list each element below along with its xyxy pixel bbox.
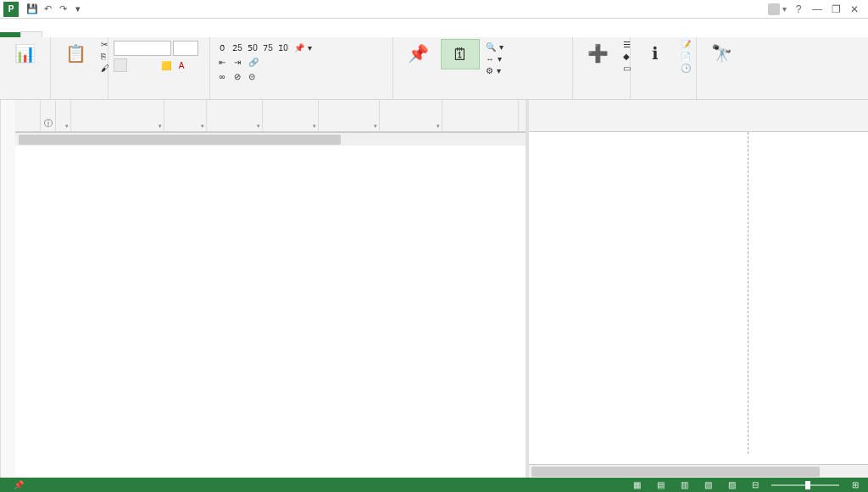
group-programacion: 0̄2̄55̄07̄51̄0 📌 ▾ ⇤⇥🔗 ∞⊘⊝ (210, 37, 393, 99)
respect-links-button[interactable]: 🔗 (246, 57, 263, 68)
bg-color-icon[interactable]: 🟨 (159, 58, 173, 72)
info-button[interactable]: ℹ (636, 39, 675, 68)
header-mode[interactable]: ▾ (56, 100, 71, 131)
inspect-button[interactable]: 🔍 ▾ (483, 41, 506, 53)
size-select[interactable] (173, 41, 198, 56)
table-headers: ⓘ ▾ ▾ ▾ ▾ ▾ ▾ ▾ (15, 100, 526, 132)
title-bar: P 💾 ↶ ↷ ▾ ▾ ? — ❐ ✕ (0, 0, 868, 19)
header-start[interactable]: ▾ (207, 100, 263, 131)
app-icon: P (3, 2, 19, 17)
header-resources[interactable]: ▾ (380, 100, 442, 131)
minimize-icon[interactable]: — (809, 2, 826, 17)
zoom-in-icon[interactable]: ⊞ (848, 479, 863, 491)
sign-in[interactable]: ▾ (765, 3, 787, 15)
gantt-timeline[interactable] (529, 100, 868, 132)
avatar-icon (768, 3, 780, 15)
quick-access-toolbar: 💾 ↶ ↷ ▾ (25, 3, 85, 16)
view-sidebar-label[interactable] (0, 100, 15, 478)
task-table-pane: ⓘ ▾ ▾ ▾ ▾ ▾ ▾ ▾ (0, 100, 529, 478)
scroll-to-task-button[interactable]: 🔭 (702, 39, 741, 68)
status-new-tasks[interactable]: 📌 (14, 480, 24, 489)
header-duration[interactable]: ▾ (164, 100, 207, 131)
zoom-out-icon[interactable]: ⊟ (748, 479, 763, 491)
group-edicion: 🔭 (697, 37, 763, 99)
pin-icon: 📌 (405, 41, 431, 66)
details-icon[interactable]: 📄 (678, 51, 693, 62)
header-info[interactable]: ⓘ (41, 100, 56, 131)
zoom-slider[interactable] (771, 484, 839, 486)
close-icon[interactable]: ✕ (846, 2, 863, 17)
window-controls: ? — ❐ ✕ (790, 2, 863, 17)
paste-icon: 📋 (63, 41, 88, 66)
pct25-icon[interactable]: 2̄5 (231, 41, 244, 54)
view-gantt-icon[interactable]: ▦ (629, 479, 644, 491)
help-icon[interactable]: ? (790, 2, 807, 17)
header-name[interactable]: ▾ (71, 100, 164, 131)
link-icon[interactable]: ∞ (215, 69, 229, 83)
gantt-icon: 📊 (12, 41, 37, 66)
header-rownum[interactable] (15, 100, 41, 131)
move-button[interactable]: ↔ ▾ (483, 53, 506, 64)
gantt-view-button[interactable]: 📊 (5, 39, 44, 68)
group-tareas: 📌 🗓 🔍 ▾ ↔ ▾ ⚙ ▾ (393, 37, 573, 99)
unlink-icon[interactable]: ⊘ (231, 69, 244, 83)
scroll-icon: 🔭 (709, 41, 734, 66)
task-insert-icon: ➕ (585, 41, 610, 66)
italic-button[interactable] (129, 58, 142, 72)
view-report-icon[interactable]: ▨ (724, 479, 739, 491)
pct0-icon[interactable]: 0̄ (215, 41, 229, 54)
group-propiedades: ℹ 📝📄🕒 (631, 37, 697, 99)
pct50-icon[interactable]: 5̄0 (246, 41, 259, 54)
header-pred[interactable]: ▾ (319, 100, 380, 131)
info-icon: ℹ (643, 41, 668, 66)
undo-icon[interactable]: ↶ (41, 3, 54, 16)
paste-button[interactable]: 📋 (56, 39, 95, 68)
today-line (748, 132, 748, 454)
pct100-icon[interactable]: 1̄0 (276, 41, 290, 54)
window-title (85, 4, 765, 14)
view-team-icon[interactable]: ▥ (676, 479, 692, 491)
ribbon-tabs (0, 19, 868, 37)
gantt-body[interactable] (529, 132, 868, 454)
font-color-icon[interactable]: A (175, 58, 188, 72)
manual-schedule-button[interactable]: 📌 (398, 39, 437, 68)
task-table: ⓘ ▾ ▾ ▾ ▾ ▾ ▾ ▾ (15, 100, 526, 478)
header-finish[interactable]: ▾ (263, 100, 319, 131)
redo-icon[interactable]: ↷ (56, 3, 70, 16)
chevron-down-icon: ▾ (782, 4, 787, 14)
content-area: ⓘ ▾ ▾ ▾ ▾ ▾ ▾ ▾ (0, 100, 868, 478)
mode-button[interactable]: ⚙ ▾ (483, 65, 506, 76)
font-select[interactable] (114, 41, 171, 56)
view-usage-icon[interactable]: ▤ (653, 479, 668, 491)
restore-icon[interactable]: ❐ (827, 2, 844, 17)
underline-button[interactable] (144, 58, 158, 72)
auto-icon: 🗓 (448, 41, 473, 67)
notes-icon[interactable]: 📝 (678, 39, 693, 50)
outdent-icon[interactable]: ⇤ (215, 55, 229, 69)
status-bar: 📌 ▦ ▤ ▥ ▧ ▨ ⊟ ⊞ (0, 478, 868, 492)
group-insertar: ➕ ☰◆▭ (573, 37, 631, 99)
gantt-pane (529, 100, 868, 478)
group-portapapeles: 📋 ✂⎘🖌 (51, 37, 108, 99)
tab-tarea[interactable] (20, 31, 42, 37)
gantt-hscroll[interactable] (529, 464, 868, 478)
view-resource-icon[interactable]: ▧ (700, 479, 715, 491)
indent-icon[interactable]: ⇥ (231, 55, 244, 69)
save-icon[interactable]: 💾 (25, 3, 39, 16)
table-hscroll[interactable] (15, 132, 526, 146)
group-fuente: 🟨 A (108, 37, 210, 99)
ribbon: 📊 📋 ✂⎘🖌 🟨 A 0̄2̄55̄07̄51̄0 📌 ▾ (0, 37, 868, 100)
group-ver: 📊 (0, 37, 51, 99)
disable-button[interactable]: ⊝ (246, 71, 259, 82)
auto-schedule-button[interactable]: 🗓 (441, 39, 480, 69)
timeline-add-icon[interactable]: 🕒 (678, 63, 693, 74)
header-add-column[interactable] (442, 100, 519, 131)
bold-button[interactable] (114, 58, 127, 72)
update-schedule-button[interactable]: 📌 ▾ (292, 42, 314, 53)
pct75-icon[interactable]: 7̄5 (261, 41, 275, 54)
insert-task-button[interactable]: ➕ (578, 39, 617, 68)
qat-dropdown-icon[interactable]: ▾ (71, 3, 85, 16)
